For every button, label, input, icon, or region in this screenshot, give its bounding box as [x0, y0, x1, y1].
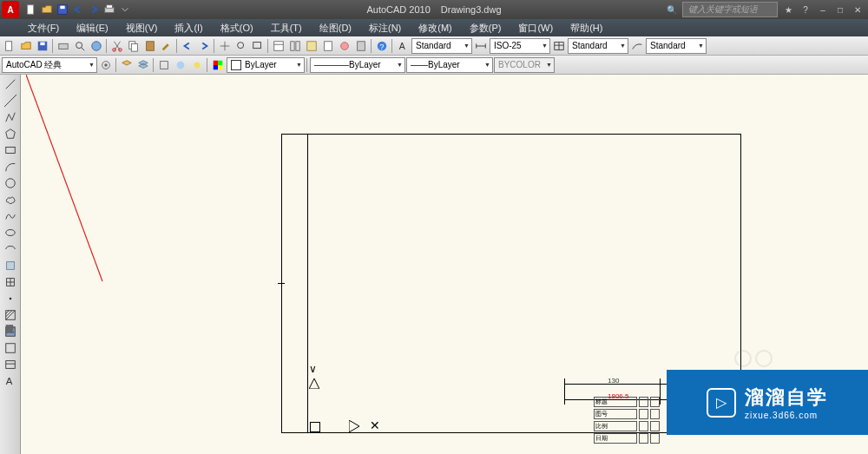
drawing-canvas[interactable]: ∨ ✕ 130 1806.5 标题 图号 比例 日期 溜溜自学: [21, 75, 868, 454]
svg-rect-5: [6, 41, 12, 50]
zoom-window-icon[interactable]: [250, 38, 266, 54]
tb-cell: [639, 397, 648, 407]
help-icon[interactable]: ?: [799, 3, 812, 16]
rect-tool-icon[interactable]: [3, 142, 18, 158]
color-icon[interactable]: [210, 57, 226, 73]
separator: [267, 39, 269, 53]
separator: [52, 39, 54, 53]
xline-tool-icon[interactable]: [3, 93, 18, 109]
help-tb-icon[interactable]: ?: [374, 38, 390, 54]
layer-freeze-icon[interactable]: [173, 57, 188, 73]
match-prop-icon[interactable]: [159, 38, 174, 54]
menu-tools[interactable]: 工具(T): [262, 20, 311, 36]
cut-icon[interactable]: [109, 38, 125, 54]
polygon-tool-icon[interactable]: [3, 126, 18, 141]
separator: [115, 58, 117, 72]
help-star-icon[interactable]: ★: [781, 3, 795, 16]
ml-style-dropdown[interactable]: Standard: [646, 38, 707, 54]
ellipse-tool-icon[interactable]: [3, 225, 18, 240]
menu-draw[interactable]: 绘图(D): [311, 20, 360, 36]
table-tool-icon[interactable]: [3, 357, 18, 372]
pline-tool-icon[interactable]: [3, 109, 18, 125]
markup-icon[interactable]: [337, 38, 352, 54]
print-icon[interactable]: [56, 38, 71, 54]
svg-rect-51: [6, 262, 14, 270]
ellipse-arc-tool-icon[interactable]: [3, 241, 18, 257]
copy-icon[interactable]: [126, 38, 141, 54]
search-input[interactable]: 键入关键字或短语: [682, 2, 778, 17]
insert-block-icon[interactable]: [3, 258, 18, 273]
workspace-settings-icon[interactable]: [98, 57, 114, 73]
app-icon[interactable]: A: [2, 1, 19, 18]
svg-point-49: [5, 179, 15, 188]
preview-icon[interactable]: [72, 38, 88, 54]
spline-tool-icon[interactable]: [3, 208, 18, 224]
lineweight-dropdown[interactable]: —— ByLayer: [406, 57, 493, 73]
color-dropdown[interactable]: ByLayer: [227, 57, 305, 73]
pan-icon[interactable]: [217, 38, 233, 54]
line-tool-icon[interactable]: [3, 76, 18, 92]
save-doc-icon[interactable]: [35, 38, 50, 54]
gradient-tool-icon[interactable]: [3, 324, 18, 339]
paste-icon[interactable]: [142, 38, 158, 54]
make-block-icon[interactable]: [3, 274, 18, 290]
table-style-icon[interactable]: [551, 38, 567, 54]
design-center-icon[interactable]: [287, 38, 303, 54]
properties-icon[interactable]: [271, 38, 286, 54]
layer-off-icon[interactable]: [189, 57, 205, 73]
menu-edit[interactable]: 编辑(E): [68, 20, 117, 36]
text-style-icon[interactable]: A: [395, 38, 411, 54]
menu-format[interactable]: 格式(O): [212, 20, 262, 36]
layer-props-icon[interactable]: [119, 57, 135, 73]
minimize-icon[interactable]: –: [816, 3, 830, 16]
zoom-icon[interactable]: [233, 38, 249, 54]
undo-btn-icon[interactable]: [180, 38, 195, 54]
ml-style-icon[interactable]: [629, 38, 645, 54]
tool-palette-icon[interactable]: [304, 38, 319, 54]
svg-point-40: [194, 62, 201, 68]
menu-modify[interactable]: 修改(M): [410, 20, 461, 36]
undo-icon[interactable]: [71, 3, 85, 16]
hatch-tool-icon[interactable]: [3, 307, 18, 323]
menu-help[interactable]: 帮助(H): [562, 20, 611, 36]
menu-parametric[interactable]: 参数(P): [461, 20, 510, 36]
menu-view[interactable]: 视图(V): [117, 20, 167, 36]
redo-btn-icon[interactable]: [196, 38, 212, 54]
dim-style-dropdown[interactable]: ISO-25: [490, 38, 550, 54]
arc-tool-icon[interactable]: [3, 159, 18, 174]
calc-icon[interactable]: [353, 38, 369, 54]
sheet-set-icon[interactable]: [320, 38, 336, 54]
publish-icon[interactable]: [89, 38, 104, 54]
title-bar: A AutoCAD 2010 Drawing3.dwg 🔍 键入关键字或短语 ★…: [0, 0, 868, 19]
linetype-dropdown[interactable]: ———— ByLayer: [310, 57, 405, 73]
layer-iso-icon[interactable]: [156, 57, 172, 73]
new-doc-icon[interactable]: [2, 38, 17, 54]
menu-window[interactable]: 窗口(W): [510, 20, 562, 36]
save-icon[interactable]: [56, 3, 69, 16]
text-style-dropdown[interactable]: Standard: [411, 38, 472, 54]
region-tool-icon[interactable]: [3, 340, 18, 356]
point-tool-icon[interactable]: [3, 291, 18, 306]
workspace-dropdown[interactable]: AutoCAD 经典: [2, 57, 97, 73]
open-icon[interactable]: [40, 3, 54, 16]
layer-states-icon[interactable]: [135, 57, 151, 73]
redo-icon[interactable]: [87, 3, 101, 16]
dim-style-icon[interactable]: [473, 38, 489, 54]
close-icon[interactable]: ✕: [851, 3, 865, 16]
svg-point-25: [341, 42, 349, 49]
maximize-icon[interactable]: □: [833, 3, 847, 16]
menu-insert[interactable]: 插入(I): [166, 20, 211, 36]
menu-dimension[interactable]: 标注(N): [360, 20, 410, 36]
table-style-dropdown[interactable]: Standard: [568, 38, 628, 54]
menu-file[interactable]: 文件(F): [19, 20, 68, 36]
circle-tool-icon[interactable]: [3, 175, 18, 191]
qat-dropdown-icon[interactable]: [118, 3, 132, 16]
plotstyle-dropdown[interactable]: BYCOLOR: [494, 57, 555, 73]
new-icon[interactable]: [24, 3, 38, 16]
open-doc-icon[interactable]: [18, 38, 34, 54]
plot-icon[interactable]: [102, 3, 116, 16]
svg-rect-2: [60, 6, 64, 10]
revcloud-tool-icon[interactable]: [3, 192, 18, 207]
info-search-icon[interactable]: 🔍: [665, 3, 679, 16]
mtext-tool-icon[interactable]: A: [3, 373, 18, 389]
